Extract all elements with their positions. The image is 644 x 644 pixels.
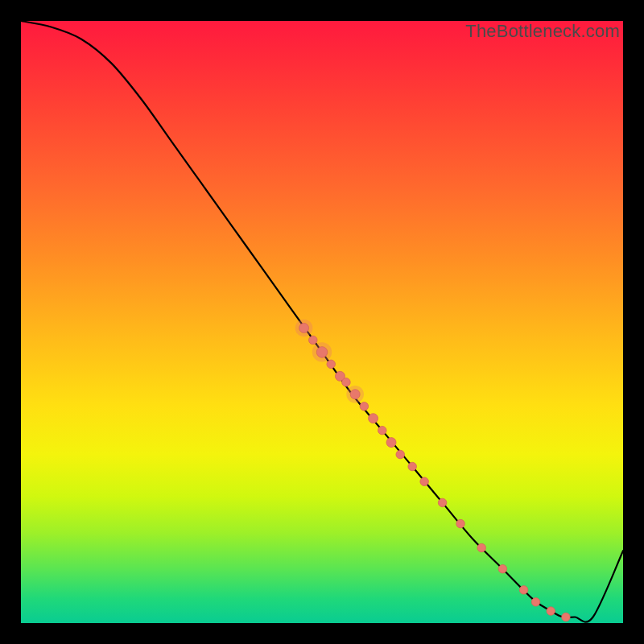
data-point <box>299 323 309 332</box>
data-point <box>309 336 318 345</box>
data-point <box>531 598 540 607</box>
data-points <box>295 320 570 621</box>
data-point <box>438 498 447 507</box>
data-point <box>477 543 486 552</box>
data-point <box>342 378 351 387</box>
data-point <box>386 438 396 448</box>
data-point <box>378 426 387 435</box>
data-point <box>327 360 336 369</box>
data-point <box>408 462 417 471</box>
data-point <box>369 414 378 423</box>
plot-area: TheBottleneck.com <box>21 21 623 623</box>
data-point <box>498 564 507 573</box>
chart-frame: TheBottleneck.com <box>0 0 644 644</box>
data-point <box>562 613 571 621</box>
data-point <box>316 347 328 358</box>
data-point <box>396 450 405 459</box>
data-point <box>547 607 555 616</box>
data-point <box>360 402 369 411</box>
bottleneck-curve <box>21 21 623 622</box>
data-point <box>420 477 429 486</box>
data-point <box>519 586 528 595</box>
data-point <box>456 519 465 528</box>
chart-overlay <box>21 21 623 623</box>
data-point <box>350 390 360 399</box>
